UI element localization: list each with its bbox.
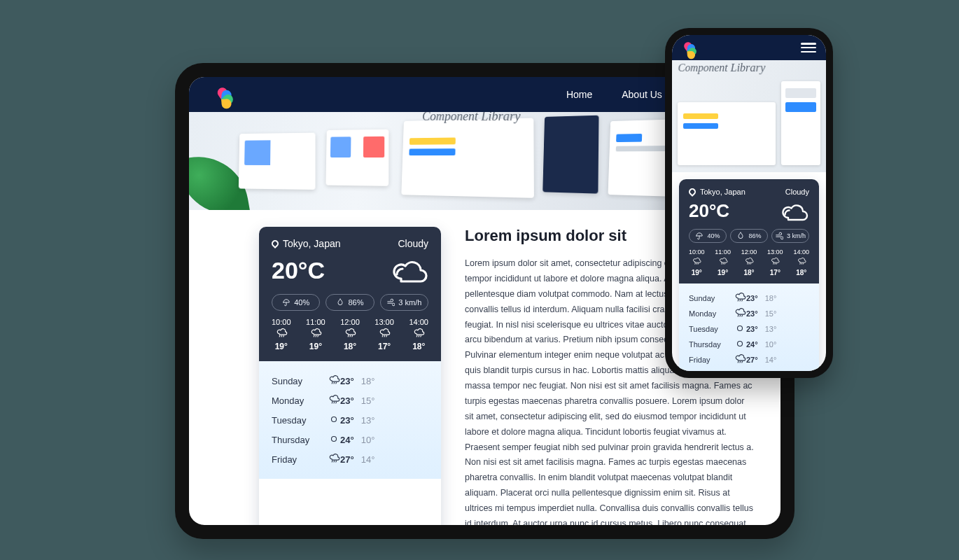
hero-mock-card bbox=[326, 130, 388, 186]
day-low: 10° bbox=[765, 340, 777, 349]
sun-icon bbox=[328, 414, 340, 426]
wind-pill: 3 km/h bbox=[771, 229, 809, 243]
weather-current-panel: Tokyo, Japan Cloudy 20°C 40% bbox=[259, 227, 441, 361]
nav-about[interactable]: About Us bbox=[622, 89, 662, 100]
day-low: 10° bbox=[361, 435, 375, 445]
day-low: 18° bbox=[361, 376, 375, 386]
drop-icon bbox=[336, 298, 344, 307]
hourly-forecast-row: 10:0019°11:0019°12:0018°13:0017°14:0018° bbox=[272, 318, 428, 351]
app-logo[interactable] bbox=[684, 41, 699, 55]
hourly-forecast-row: 10:0019°11:0019°12:0018°13:0017°14:0018° bbox=[689, 248, 809, 276]
day-low: 13° bbox=[361, 415, 375, 426]
humidity-pill: 86% bbox=[730, 229, 768, 243]
day-name: Friday bbox=[689, 356, 734, 364]
cloud-rain-icon bbox=[770, 258, 780, 267]
day-low: 14° bbox=[765, 356, 777, 364]
weather-location-row: Tokyo, Japan Cloudy bbox=[272, 238, 428, 249]
hourly-forecast-item: 10:0019° bbox=[689, 248, 705, 276]
hour-time: 10:00 bbox=[689, 248, 705, 255]
cloud-rain-icon bbox=[412, 328, 425, 340]
day-high: 23° bbox=[340, 376, 354, 386]
daily-forecast-row: Tuesday23°13° bbox=[272, 410, 428, 430]
hourly-forecast-item: 10:0019° bbox=[272, 318, 291, 351]
cloud-rain-icon bbox=[718, 258, 728, 267]
phone-device-frame: Component Library Tokyo, Japan Cloudy 20… bbox=[665, 28, 833, 378]
hourly-forecast-item: 14:0018° bbox=[409, 318, 428, 351]
cloud-rain-icon bbox=[309, 328, 322, 340]
cloud-rain-icon bbox=[344, 328, 356, 340]
daily-forecast-row: Friday27°14° bbox=[689, 352, 809, 368]
daily-forecast-panel: Sunday23°18°Monday23°15°Tuesday23°13°Thu… bbox=[679, 284, 819, 371]
umbrella-icon bbox=[282, 298, 290, 307]
phone-hero-banner: Component Library bbox=[672, 60, 826, 172]
hourly-forecast-item: 12:0018° bbox=[741, 248, 757, 276]
daily-forecast-panel: Sunday23°18°Monday23°15°Tuesday23°13°Thu… bbox=[259, 361, 441, 479]
daily-forecast-row: Monday23°15° bbox=[272, 391, 428, 410]
sun-icon bbox=[734, 339, 746, 350]
hour-time: 13:00 bbox=[374, 318, 394, 326]
hero-mock-card bbox=[239, 133, 316, 190]
wind-icon bbox=[386, 298, 395, 307]
daily-forecast-row: Sunday23°18° bbox=[272, 371, 428, 391]
hour-temp: 18° bbox=[796, 269, 806, 276]
precipitation-pill: 40% bbox=[689, 229, 727, 243]
sun-icon bbox=[328, 434, 340, 446]
hero-mock-card bbox=[542, 115, 598, 194]
cloud-rain-icon bbox=[744, 258, 754, 267]
hourly-forecast-item: 11:0019° bbox=[715, 248, 731, 276]
hour-time: 10:00 bbox=[272, 318, 291, 326]
cloud-rain-icon bbox=[734, 354, 746, 365]
location-pin-icon bbox=[687, 187, 697, 197]
cloud-rain-icon bbox=[734, 308, 746, 319]
weather-card: Tokyo, Japan Cloudy 20°C 40% bbox=[679, 179, 819, 371]
weather-location: Tokyo, Japan bbox=[700, 188, 746, 196]
day-name: Tuesday bbox=[689, 325, 734, 333]
day-high: 23° bbox=[340, 396, 354, 406]
hour-temp: 18° bbox=[344, 342, 356, 351]
day-high: 23° bbox=[746, 309, 758, 318]
hero-mock-card bbox=[678, 102, 776, 165]
weather-location: Tokyo, Japan bbox=[283, 238, 341, 249]
app-logo[interactable] bbox=[217, 85, 235, 104]
wind-pill: 3 km/h bbox=[380, 294, 428, 311]
weather-current-panel: Tokyo, Japan Cloudy 20°C 40% bbox=[679, 179, 819, 284]
day-high: 24° bbox=[746, 340, 758, 349]
cloud-rain-icon bbox=[692, 258, 701, 267]
hour-temp: 19° bbox=[692, 269, 702, 276]
day-name: Thursday bbox=[689, 340, 734, 349]
precipitation-pill: 40% bbox=[272, 294, 320, 311]
hour-temp: 17° bbox=[378, 342, 391, 351]
weather-temperature: 20°C bbox=[689, 200, 729, 222]
hero-mock-card bbox=[781, 81, 820, 165]
hourly-forecast-item: 11:0019° bbox=[306, 318, 326, 351]
hour-time: 11:00 bbox=[306, 318, 326, 326]
day-low: 13° bbox=[765, 325, 777, 333]
day-high: 23° bbox=[340, 415, 354, 426]
sun-icon bbox=[734, 323, 746, 335]
phone-header bbox=[672, 35, 826, 60]
hour-time: 14:00 bbox=[409, 318, 428, 326]
hour-time: 13:00 bbox=[767, 248, 783, 255]
daily-forecast-row: Friday27°14° bbox=[272, 449, 428, 469]
hour-time: 11:00 bbox=[715, 248, 731, 255]
day-name: Sunday bbox=[689, 294, 734, 302]
cloud-rain-icon bbox=[328, 375, 340, 387]
cloud-rain-icon bbox=[734, 293, 746, 304]
weather-temperature: 20°C bbox=[272, 257, 325, 284]
cloud-rain-icon bbox=[328, 454, 340, 465]
daily-forecast-row: Thursday24°10° bbox=[272, 430, 428, 449]
day-name: Tuesday bbox=[272, 415, 328, 426]
day-low: 15° bbox=[361, 396, 375, 406]
day-low: 14° bbox=[361, 454, 375, 465]
day-name: Thursday bbox=[272, 435, 328, 445]
day-high: 27° bbox=[746, 356, 758, 364]
weather-metrics-row: 40% 86% 3 km/h bbox=[689, 229, 809, 243]
hamburger-menu-icon[interactable] bbox=[801, 43, 816, 52]
cloud-icon bbox=[391, 256, 428, 284]
hour-temp: 17° bbox=[770, 269, 780, 276]
weather-card: Tokyo, Japan Cloudy 20°C 40% bbox=[259, 227, 441, 525]
day-low: 15° bbox=[765, 309, 777, 318]
hero-title: Component Library bbox=[678, 62, 765, 74]
phone-screen: Component Library Tokyo, Japan Cloudy 20… bbox=[672, 35, 826, 371]
nav-home[interactable]: Home bbox=[566, 89, 592, 100]
